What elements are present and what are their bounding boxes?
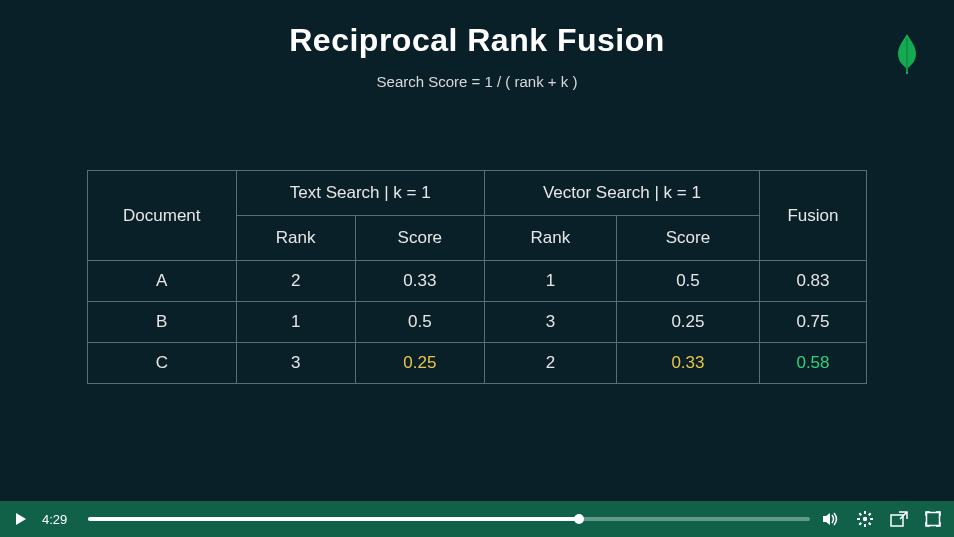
- fullscreen-button[interactable]: [922, 508, 944, 530]
- svg-line-8: [869, 513, 871, 515]
- cell-v_score: 0.25: [616, 302, 759, 343]
- col-fusion: Fusion: [759, 171, 866, 261]
- slide-subtitle: Search Score = 1 / ( rank + k ): [0, 73, 954, 90]
- cell-v_score: 0.5: [616, 261, 759, 302]
- play-button[interactable]: [10, 508, 32, 530]
- col-text-rank: Rank: [236, 216, 355, 261]
- svg-line-7: [859, 523, 861, 525]
- cell-v_rank: 1: [484, 261, 616, 302]
- col-text-group: Text Search | k = 1: [236, 171, 484, 216]
- cell-t_score: 0.5: [355, 302, 484, 343]
- svg-line-5: [859, 513, 861, 515]
- progress-knob[interactable]: [574, 514, 584, 524]
- cell-t_rank: 3: [236, 343, 355, 384]
- current-time: 4:29: [42, 512, 78, 527]
- cell-doc: C: [88, 343, 237, 384]
- col-text-score: Score: [355, 216, 484, 261]
- cell-doc: A: [88, 261, 237, 302]
- col-vector-group: Vector Search | k = 1: [484, 171, 759, 216]
- right-controls: [820, 508, 944, 530]
- cell-t_score: 0.33: [355, 261, 484, 302]
- table-row: B10.530.250.75: [88, 302, 867, 343]
- progress-bar[interactable]: [88, 517, 810, 521]
- progress-fill: [88, 517, 579, 521]
- cell-v_rank: 3: [484, 302, 616, 343]
- cell-t_score: 0.25: [355, 343, 484, 384]
- col-document: Document: [88, 171, 237, 261]
- svg-line-6: [869, 523, 871, 525]
- table-row: A20.3310.50.83: [88, 261, 867, 302]
- cell-t_rank: 1: [236, 302, 355, 343]
- cell-t_rank: 2: [236, 261, 355, 302]
- slide-title: Reciprocal Rank Fusion: [0, 22, 954, 59]
- svg-rect-9: [891, 515, 903, 526]
- video-controls: 4:29: [0, 501, 954, 537]
- col-vector-score: Score: [616, 216, 759, 261]
- share-button[interactable]: [888, 508, 910, 530]
- rrf-table: Document Text Search | k = 1 Vector Sear…: [87, 170, 867, 384]
- svg-rect-10: [927, 513, 940, 526]
- volume-button[interactable]: [820, 508, 842, 530]
- cell-fusion: 0.58: [759, 343, 866, 384]
- mongodb-leaf-icon: [896, 32, 918, 76]
- slide-area: Reciprocal Rank Fusion Search Score = 1 …: [0, 0, 954, 501]
- svg-point-0: [863, 517, 867, 521]
- cell-v_rank: 2: [484, 343, 616, 384]
- settings-button[interactable]: [854, 508, 876, 530]
- cell-fusion: 0.83: [759, 261, 866, 302]
- cell-fusion: 0.75: [759, 302, 866, 343]
- cell-doc: B: [88, 302, 237, 343]
- table-row: C30.2520.330.58: [88, 343, 867, 384]
- col-vector-rank: Rank: [484, 216, 616, 261]
- cell-v_score: 0.33: [616, 343, 759, 384]
